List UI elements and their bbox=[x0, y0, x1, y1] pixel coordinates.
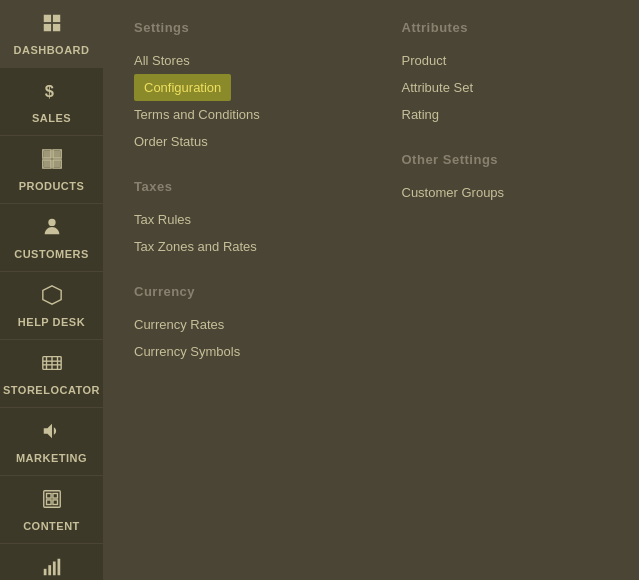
main-content: Settings All Stores Configuration Terms … bbox=[104, 0, 639, 580]
attributes-title: Attributes bbox=[402, 20, 610, 35]
storelocator-icon bbox=[41, 352, 63, 380]
svg-rect-0 bbox=[43, 14, 50, 21]
other-settings-section: Other Settings Customer Groups bbox=[402, 152, 610, 206]
configuration-link[interactable]: Configuration bbox=[134, 74, 231, 101]
tax-zones-rates-link[interactable]: Tax Zones and Rates bbox=[134, 233, 342, 260]
svg-rect-21 bbox=[57, 558, 60, 575]
sidebar-item-content[interactable]: CONTENT bbox=[0, 476, 103, 544]
product-link[interactable]: Product bbox=[402, 47, 610, 74]
helpdesk-icon bbox=[41, 284, 63, 312]
svg-marker-6 bbox=[42, 285, 60, 303]
sidebar-item-label: PRODUCTS bbox=[19, 180, 85, 192]
currency-rates-link[interactable]: Currency Rates bbox=[134, 311, 342, 338]
sidebar-item-label: SALES bbox=[32, 112, 71, 124]
svg-rect-16 bbox=[46, 499, 51, 504]
reports-icon bbox=[41, 556, 63, 581]
sidebar-item-helpdesk[interactable]: HELP DESK bbox=[0, 272, 103, 340]
content-icon bbox=[41, 488, 63, 516]
columns-layout: Settings All Stores Configuration Terms … bbox=[134, 20, 609, 389]
sidebar-item-label: HELP DESK bbox=[18, 316, 85, 328]
customers-icon bbox=[41, 216, 63, 244]
sidebar-item-label: MARKETING bbox=[16, 452, 87, 464]
other-settings-title: Other Settings bbox=[402, 152, 610, 167]
dashboard-icon bbox=[41, 12, 63, 40]
left-column: Settings All Stores Configuration Terms … bbox=[134, 20, 342, 389]
sidebar-item-reports[interactable]: REPORTS bbox=[0, 544, 103, 580]
sales-icon: $ bbox=[41, 80, 63, 108]
sidebar-item-products[interactable]: PRODUCTS bbox=[0, 136, 103, 204]
sidebar-item-label: CONTENT bbox=[23, 520, 80, 532]
svg-rect-2 bbox=[43, 23, 50, 30]
sidebar-item-dashboard[interactable]: DASHBOARD bbox=[0, 0, 103, 68]
currency-section: Currency Currency Rates Currency Symbols bbox=[134, 284, 342, 365]
sidebar-item-customers[interactable]: CUSTOMERS bbox=[0, 204, 103, 272]
settings-section: Settings All Stores Configuration Terms … bbox=[134, 20, 342, 155]
sidebar: DASHBOARD $ SALES PRODUCTS CUSTOMERS bbox=[0, 0, 104, 580]
currency-symbols-link[interactable]: Currency Symbols bbox=[134, 338, 342, 365]
sidebar-item-sales[interactable]: $ SALES bbox=[0, 68, 103, 136]
sidebar-item-label: STORELOCATOR bbox=[3, 384, 100, 396]
terms-conditions-link[interactable]: Terms and Conditions bbox=[134, 101, 342, 128]
sidebar-item-storelocator[interactable]: STORELOCATOR bbox=[0, 340, 103, 408]
svg-rect-14 bbox=[46, 493, 51, 498]
all-stores-link[interactable]: All Stores bbox=[134, 47, 342, 74]
svg-rect-20 bbox=[52, 561, 55, 575]
tax-rules-link[interactable]: Tax Rules bbox=[134, 206, 342, 233]
attribute-set-link[interactable]: Attribute Set bbox=[402, 74, 610, 101]
sidebar-item-marketing[interactable]: MARKETING bbox=[0, 408, 103, 476]
rating-link[interactable]: Rating bbox=[402, 101, 610, 128]
sidebar-item-label: DASHBOARD bbox=[14, 44, 90, 56]
svg-rect-3 bbox=[52, 23, 59, 30]
customer-groups-link[interactable]: Customer Groups bbox=[402, 179, 610, 206]
settings-title: Settings bbox=[134, 20, 342, 35]
attributes-section: Attributes Product Attribute Set Rating bbox=[402, 20, 610, 128]
svg-rect-1 bbox=[52, 14, 59, 21]
products-icon bbox=[41, 148, 63, 176]
taxes-title: Taxes bbox=[134, 179, 342, 194]
order-status-link[interactable]: Order Status bbox=[134, 128, 342, 155]
svg-rect-19 bbox=[48, 565, 51, 575]
currency-title: Currency bbox=[134, 284, 342, 299]
svg-text:$: $ bbox=[44, 81, 54, 99]
taxes-section: Taxes Tax Rules Tax Zones and Rates bbox=[134, 179, 342, 260]
marketing-icon bbox=[41, 420, 63, 448]
right-column: Attributes Product Attribute Set Rating … bbox=[402, 20, 610, 389]
svg-rect-15 bbox=[52, 493, 57, 498]
sidebar-item-label: CUSTOMERS bbox=[14, 248, 89, 260]
svg-rect-17 bbox=[52, 499, 57, 504]
svg-point-5 bbox=[48, 218, 55, 225]
svg-rect-18 bbox=[43, 568, 46, 574]
